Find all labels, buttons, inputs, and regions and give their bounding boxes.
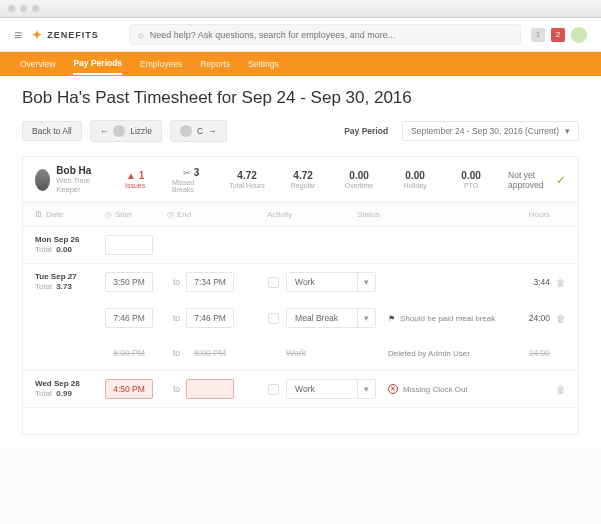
nav-pay-periods[interactable]: Pay Periods [73, 53, 122, 75]
wed-row-1-error: 4:50 PM to Work▾ ✕Missing Clock Out 🗑 [93, 371, 578, 407]
row-hours: 24:00 [505, 348, 550, 358]
table-header: 🗓Date ◷Start ◷End Activity Status Hours [23, 203, 578, 227]
chevron-down-icon[interactable]: ▾ [358, 379, 376, 399]
page-title: Bob Ha's Past Timesheet for Sep 24 - Sep… [22, 88, 579, 108]
search-icon: ⌕ [138, 29, 144, 40]
activity-select[interactable]: Meal Break [286, 308, 358, 328]
menu-icon[interactable]: ≡ [14, 27, 22, 43]
time-end-input[interactable]: 7:34 PM [186, 272, 234, 292]
mon-empty-row [93, 227, 578, 263]
time-start-input[interactable]: 3:50 PM [105, 272, 153, 292]
time-start-input[interactable]: 4:50 PM [105, 379, 153, 399]
error-icon: ✕ [388, 384, 398, 394]
search-input[interactable] [150, 30, 512, 40]
nav-settings[interactable]: Settings [248, 54, 279, 74]
arrow-left-icon: ← [100, 126, 109, 136]
time-start-input[interactable] [105, 235, 153, 255]
tue-row-2: 7:46 PM to 7:46 PM Meal Break▾ ⚑Should b… [93, 300, 578, 336]
prev-avatar [113, 125, 125, 137]
tue-row-3-deleted: 8:00 PM to 8:00 PM Work Deleted by Admin… [93, 336, 578, 370]
stat-regular: 4.72Regular [284, 170, 322, 189]
delete-row-button[interactable]: 🗑 [550, 313, 566, 324]
row-status: Deleted by Admin User [376, 349, 505, 358]
flag-icon: ⚑ [388, 314, 395, 323]
global-search[interactable]: ⌕ [129, 24, 521, 45]
notif-badge-1[interactable]: 1 [531, 28, 545, 42]
prev-emp-label: Lizzle [130, 126, 152, 136]
next-employee-button[interactable]: C → [170, 120, 227, 142]
delete-row-button[interactable]: 🗑 [550, 277, 566, 288]
row-hours: 3:44 [505, 277, 550, 287]
top-right-icons: 1 2 [531, 27, 587, 43]
stat-total-hours: 4.72Total Hours [228, 170, 266, 189]
time-end-input[interactable] [186, 379, 234, 399]
main-nav: Overview Pay Periods Employees Reports S… [0, 52, 601, 76]
activity-select[interactable]: Work [286, 272, 358, 292]
pay-period-label: Pay Period [344, 126, 388, 136]
row-checkbox[interactable] [268, 313, 279, 324]
stat-overtime: 0.00Overtime [340, 170, 378, 189]
window-close-dot[interactable] [8, 5, 15, 12]
day-wed: Wed Sep 28 Total 0.99 [23, 371, 93, 398]
nav-employees[interactable]: Employees [140, 54, 182, 74]
summary-row: Bob Ha Web Time Keeper ▲ 1 Issues ✂ 3 Mi… [23, 157, 578, 203]
approval-status: Not yet approved ✓ [508, 170, 566, 190]
time-end-input: 8:00 PM [186, 344, 234, 362]
activity-select[interactable]: Work [286, 379, 358, 399]
clock-start-icon: ◷ [105, 210, 112, 219]
pay-period-value: September 24 - Sep 30, 2016 (Current) [411, 126, 559, 136]
window-max-dot[interactable] [32, 5, 39, 12]
employee-block: Bob Ha Web Time Keeper [35, 165, 98, 194]
tue-row-1: 3:50 PM to 7:34 PM Work▾ 3:44 🗑 [93, 264, 578, 300]
stat-issues[interactable]: ▲ 1 Issues [116, 170, 154, 189]
check-icon[interactable]: ✓ [556, 173, 566, 187]
warning-icon: ▲ [126, 170, 136, 181]
nav-overview[interactable]: Overview [20, 54, 55, 74]
chevron-down-icon[interactable]: ▾ [358, 272, 376, 292]
employee-name: Bob Ha [56, 165, 98, 176]
stat-pto: 0.00PTO [452, 170, 490, 189]
employee-avatar [35, 169, 50, 191]
time-start-input[interactable]: 7:46 PM [105, 308, 153, 328]
break-icon: ✂ [183, 168, 191, 178]
brand-logo[interactable]: ✦ ZENEFITS [32, 28, 99, 42]
day-tue: Tue Sep 27 Total 3.73 [23, 264, 93, 291]
brand-text: ZENEFITS [47, 30, 99, 40]
row-checkbox[interactable] [268, 384, 279, 395]
topbar: ≡ ✦ ZENEFITS ⌕ 1 2 [0, 18, 601, 52]
browser-chrome [0, 0, 601, 18]
clock-end-icon: ◷ [167, 210, 174, 219]
prev-employee-button[interactable]: ← Lizzle [90, 120, 162, 142]
stat-missed-breaks[interactable]: ✂ 3 Missed Breaks [172, 167, 210, 193]
brand-icon: ✦ [32, 28, 43, 42]
stat-holiday: 0.00Holiday [396, 170, 434, 189]
chevron-down-icon[interactable]: ▾ [358, 308, 376, 328]
arrow-right-icon: → [208, 126, 217, 136]
back-button[interactable]: Back to All [22, 121, 82, 141]
nav-reports[interactable]: Reports [200, 54, 230, 74]
employee-role: Web Time Keeper [56, 176, 98, 194]
calendar-icon: 🗓 [35, 210, 43, 219]
next-avatar [180, 125, 192, 137]
row-status: ✕Missing Clock Out [376, 384, 505, 394]
row-status: ⚑Should be paid meal break [376, 314, 505, 323]
notif-badge-2[interactable]: 2 [551, 28, 565, 42]
approval-text: Not yet approved [508, 170, 550, 190]
window-min-dot[interactable] [20, 5, 27, 12]
timesheet-panel: Bob Ha Web Time Keeper ▲ 1 Issues ✂ 3 Mi… [22, 156, 579, 435]
pay-period-select[interactable]: September 24 - Sep 30, 2016 (Current) ▾ [402, 121, 579, 141]
delete-row-button[interactable]: 🗑 [550, 384, 566, 395]
chevron-down-icon: ▾ [565, 126, 570, 136]
row-checkbox [268, 348, 279, 359]
user-avatar[interactable] [571, 27, 587, 43]
next-emp-label: C [197, 126, 203, 136]
time-end-input[interactable]: 7:46 PM [186, 308, 234, 328]
activity-select: Work [286, 344, 358, 362]
row-checkbox[interactable] [268, 277, 279, 288]
row-hours: 24:00 [505, 313, 550, 323]
time-start-input: 8:00 PM [105, 344, 153, 362]
controls-row: Back to All ← Lizzle C → Pay Period Sept… [22, 120, 579, 142]
day-mon: Mon Sep 26 Total 0.00 [23, 227, 93, 254]
